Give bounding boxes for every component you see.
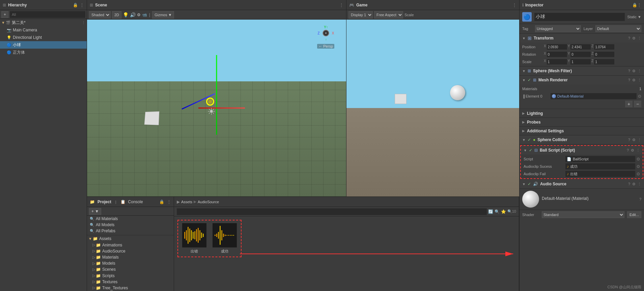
scale-z-input[interactable] (594, 59, 614, 64)
go-name-input[interactable] (534, 13, 625, 21)
ball-script-check[interactable]: ✓ (529, 148, 532, 153)
fx-icon[interactable]: ⚙ (137, 12, 141, 17)
ball-script-header[interactable]: ▼ ✓ ⊟ Ball Script (Script) ? ⚙ ⋮ (521, 146, 643, 155)
tree-assets[interactable]: ▼ 📁 Assets (87, 236, 174, 242)
material-target-icon[interactable]: ⊙ (638, 94, 641, 99)
tree-textures[interactable]: ▷ 📁 Textures (87, 279, 174, 285)
project-icon: 📁 (90, 200, 95, 204)
aspect-select[interactable]: Free Aspect (374, 11, 403, 19)
breadcrumb-audiosource[interactable]: AudioSource (198, 200, 219, 204)
breadcrumb-sep: ▶ (194, 200, 196, 204)
scene-viewport: ☀ Y↑ Z X (87, 20, 346, 196)
add-material-btn[interactable]: + (625, 101, 633, 107)
mesh-filter-icon: ⊞ (528, 69, 531, 73)
transform-menu[interactable]: ⋮ (638, 36, 641, 41)
project-lock-icon[interactable]: 🔒 (159, 200, 164, 204)
inspector-menu-dots[interactable]: ⋮ (637, 3, 641, 7)
tree-animations[interactable]: ▷ 📁 Animations (87, 242, 174, 248)
hierarchy-item-main-camera[interactable]: 📷 Main Camera (0, 26, 87, 34)
hierarchy-toolbar: + (0, 10, 87, 19)
rot-x-input[interactable] (547, 52, 567, 57)
sound-icon[interactable]: 🔊 (130, 12, 136, 18)
remove-material-btn[interactable]: − (634, 101, 641, 107)
transform-settings[interactable]: ⚙ (632, 36, 636, 41)
pos-y-input[interactable] (570, 44, 591, 50)
sphere-collider-check[interactable]: ✓ (528, 137, 531, 142)
gizmos-button[interactable]: Gizmos ▼ (152, 11, 174, 19)
svg-rect-16 (221, 230, 222, 240)
breadcrumb-arrow[interactable]: ▶ (177, 200, 180, 204)
audioclip-fail-target[interactable]: ⊙ (637, 171, 640, 176)
project-add-button[interactable]: + ▼ (89, 208, 101, 215)
rot-y-input[interactable] (570, 52, 591, 57)
scale-y-input[interactable] (570, 59, 591, 64)
pos-x-input[interactable] (547, 44, 567, 50)
hierarchy-add-button[interactable]: + (1, 11, 8, 18)
game-menu-dots[interactable]: ⋮ (512, 3, 516, 7)
mesh-filter-header[interactable]: ▼ ⊞ Sphere (Mesh Filter) ? ⚙ ⋮ (520, 67, 644, 75)
scene-title: Scene (95, 3, 107, 7)
mesh-renderer-header[interactable]: ▼ ✓ ⊞ Mesh Renderer ? ⚙ ⋮ (520, 76, 644, 84)
2d-button[interactable]: 2D (112, 11, 121, 19)
game-panel: 🎮 Game ⋮ Display 1 Free Aspect Scale (346, 0, 519, 196)
sphere-collider-component: ▼ ✓ ● Sphere Collider ? ⚙ ⋮ (520, 135, 644, 144)
audioclip-success-target[interactable]: ⊙ (637, 164, 640, 169)
tree-scripts[interactable]: ▷ 📁 Scripts (87, 273, 174, 279)
search-all-models[interactable]: 🔍 All Models (87, 222, 174, 228)
layer-select[interactable]: Default (595, 25, 641, 32)
scene-menu-dots[interactable]: ⋮ (339, 3, 343, 7)
shader-select[interactable]: Standard (542, 211, 624, 218)
project-menu-dots[interactable]: ⋮ (167, 200, 171, 204)
game-title: Game (356, 3, 367, 7)
rot-z-input[interactable] (594, 52, 614, 57)
tag-select[interactable]: Untagged (535, 25, 581, 32)
camera-icon[interactable]: 📹 (142, 12, 147, 17)
lighting-section[interactable]: ▶ Lighting (520, 109, 644, 118)
audio-source-check[interactable]: ✓ (528, 182, 531, 186)
hierarchy-search-input[interactable] (10, 11, 85, 18)
hierarchy-item-xiaoqiu[interactable]: 🔵 小球 (0, 41, 87, 49)
refresh-icon[interactable]: 🔄 (488, 209, 493, 214)
material-help-icon[interactable]: ? (639, 197, 641, 201)
hierarchy-lock-icon[interactable]: 🔒 (73, 3, 78, 7)
additional-settings-section[interactable]: ▶ Additional Settings (520, 127, 644, 135)
scale-x-input[interactable] (547, 59, 567, 64)
scale-label-insp: Scale (522, 60, 542, 64)
audio-clip-chenggong-label: 成功 (221, 249, 228, 254)
svg-rect-23 (233, 235, 234, 236)
script-target-icon[interactable]: ⊙ (637, 157, 640, 161)
hierarchy-menu-icon[interactable]: ⋮ (80, 3, 84, 7)
tree-scenes[interactable]: ▷ 📁 Scenes (87, 266, 174, 272)
light-icon[interactable]: 💡 (123, 12, 129, 18)
display-select[interactable]: Display 1 (348, 11, 373, 19)
tree-models[interactable]: ▷ 📁 Models (87, 260, 174, 266)
sphere-collider-header[interactable]: ▼ ✓ ● Sphere Collider ? ⚙ ⋮ (520, 135, 644, 144)
tree-tree-textures[interactable]: ▷ 📁 Tree_Textures (87, 285, 174, 291)
star-icon[interactable]: ⭐ (501, 209, 506, 214)
audio-clip-chenggong[interactable]: 成功 (211, 223, 238, 254)
mesh-renderer-check[interactable]: ✓ (528, 78, 531, 82)
shading-select[interactable]: Shaded (89, 11, 111, 19)
breadcrumb-assets[interactable]: Assets (181, 200, 192, 204)
audio-source-header[interactable]: ▼ ✓ 🔊 Audio Source ? ⚙ ⋮ (520, 180, 644, 188)
sphere-collider-title: Sphere Collider (537, 137, 626, 142)
scene-menu-icon[interactable]: ⋮ (82, 21, 85, 25)
search-all-prefabs[interactable]: 🔍 All Prefabs (87, 228, 174, 234)
filter-icon[interactable]: 🔍 (495, 209, 500, 214)
search-all-materials[interactable]: 🔍 All Materials (87, 216, 174, 222)
tree-audiosource[interactable]: ▷ 📁 AudioSource (87, 248, 174, 254)
transform-header[interactable]: ▼ ⊞ Transform ? ⚙ ⋮ (520, 34, 644, 43)
hierarchy-item-directional-light[interactable]: 💡 Directional Light (0, 34, 87, 41)
hierarchy-scene-root[interactable]: ▼ 🎬 第二关* ⋮ (0, 19, 87, 26)
hierarchy-item-zhengfangti[interactable]: 🔵 正方体 (0, 49, 87, 56)
tree-materials[interactable]: ▷ 📁 Materials (87, 254, 174, 260)
pos-z-input[interactable] (594, 44, 614, 50)
inspector-lock-icon[interactable]: 🔒 (632, 3, 637, 7)
edit-button[interactable]: Edit... (627, 211, 641, 218)
probes-section[interactable]: ▶ Probes (520, 118, 644, 127)
rotation-label: Rotation (522, 52, 542, 56)
svg-rect-11 (203, 234, 204, 237)
audio-clip-outcuo[interactable]: 出错 (181, 223, 208, 254)
transform-help[interactable]: ? (628, 36, 630, 40)
assets-search-input[interactable] (177, 208, 487, 215)
